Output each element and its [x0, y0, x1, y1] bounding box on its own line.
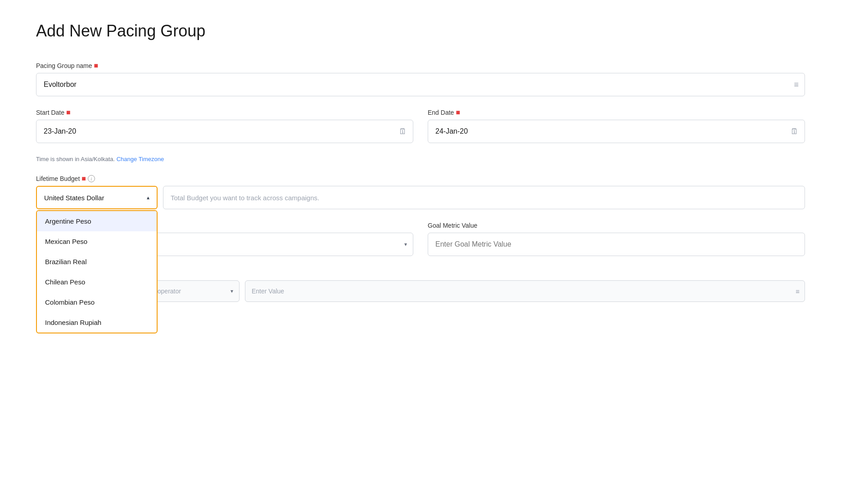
lifetime-budget-required: ■: [81, 175, 86, 182]
currency-option-chilean-peso[interactable]: Chilean Peso: [37, 272, 157, 292]
currency-option-colombian-peso[interactable]: Colombian Peso: [37, 292, 157, 312]
change-timezone-link[interactable]: Change Timezone: [117, 156, 164, 162]
pacing-group-name-label: Pacing Group name ■: [36, 62, 805, 69]
page-title: Add New Pacing Group: [36, 22, 805, 40]
goal-metric-value-input[interactable]: [428, 233, 805, 256]
list-icon: ≡: [794, 80, 799, 90]
end-date-calendar-icon[interactable]: 🗓: [791, 127, 799, 136]
currency-dropdown-menu: Argentine Peso Mexican Peso Brazilian Re…: [36, 210, 158, 333]
date-row: Start Date ■ 🗓 End Date ■ 🗓: [36, 109, 805, 143]
goal-metric-value-input-wrap: [428, 233, 805, 256]
start-date-input[interactable]: [36, 120, 413, 143]
end-date-section: End Date ■ 🗓: [428, 109, 805, 143]
start-date-input-wrap: 🗓: [36, 120, 413, 143]
currency-option-mexican-peso[interactable]: Mexican Peso: [37, 231, 157, 252]
budget-currency-row: United States Dollar ▴ Argentine Peso Me…: [36, 186, 805, 209]
chevron-up-icon: ▴: [147, 194, 149, 201]
required-indicator: ■: [94, 62, 99, 69]
timezone-note: Time is shown in Asia/Kolkata. Change Ti…: [36, 156, 805, 162]
lifetime-budget-section: Lifetime Budget ■ i United States Dollar…: [36, 175, 805, 209]
start-date-calendar-icon[interactable]: 🗓: [399, 127, 407, 136]
budget-amount-input-wrap: [163, 186, 805, 209]
pacing-group-name-input[interactable]: [36, 73, 805, 96]
pacing-group-name-input-wrap: ≡: [36, 73, 805, 96]
budget-amount-input[interactable]: [163, 186, 805, 209]
currency-dropdown[interactable]: United States Dollar ▴ Argentine Peso Me…: [36, 186, 158, 209]
end-date-input-wrap: 🗓: [428, 120, 805, 143]
currency-selected-display[interactable]: United States Dollar ▴: [36, 186, 158, 209]
currency-option-argentine-peso[interactable]: Argentine Peso: [37, 211, 157, 231]
goal-metric-value-label: Goal Metric Value: [428, 222, 805, 229]
pacing-group-name-section: Pacing Group name ■ ≡: [36, 62, 805, 96]
currency-option-indonesian-rupiah[interactable]: Indonesian Rupiah: [37, 312, 157, 333]
filter-value-input[interactable]: [245, 280, 805, 302]
currency-option-brazilian-real[interactable]: Brazilian Real: [37, 252, 157, 272]
start-date-label: Start Date ■: [36, 109, 413, 116]
start-date-section: Start Date ■ 🗓: [36, 109, 413, 143]
end-date-required: ■: [456, 109, 460, 116]
filter-value-list-icon: ≡: [796, 288, 800, 295]
end-date-label: End Date ■: [428, 109, 805, 116]
start-date-required: ■: [66, 109, 71, 116]
end-date-input[interactable]: [428, 120, 805, 143]
lifetime-budget-label: Lifetime Budget ■ i: [36, 175, 805, 182]
filter-value-input-wrap: ≡: [245, 280, 805, 302]
info-icon[interactable]: i: [88, 175, 95, 182]
goal-metric-value-section: Goal Metric Value: [428, 222, 805, 256]
